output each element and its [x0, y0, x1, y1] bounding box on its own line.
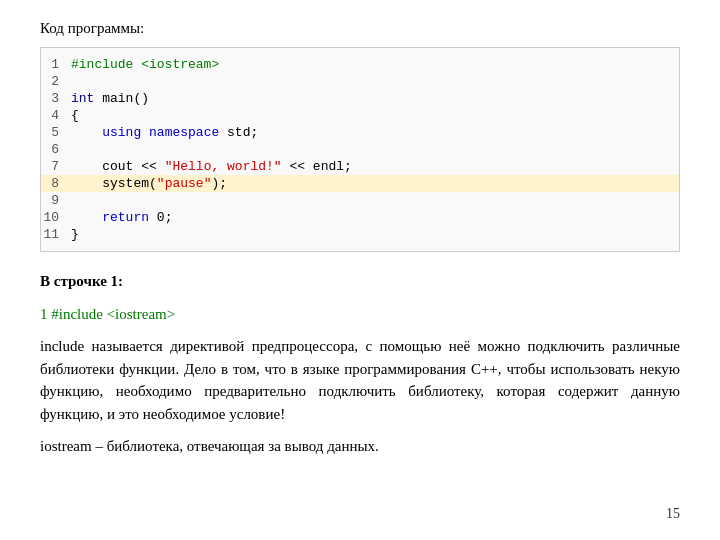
explanation-paragraph2: iostream – библиотека, отвечающая за выв…	[40, 435, 680, 458]
code-line-11: 11 }	[41, 226, 679, 243]
code-line-4: 4 {	[41, 107, 679, 124]
code-line-1: 1 #include <iostream>	[41, 56, 679, 73]
explanation-line1-code: 1 #include <iostream>	[40, 303, 680, 326]
code-line-8: 8 system("pause");	[41, 175, 679, 192]
code-line-10: 10 return 0;	[41, 209, 679, 226]
explanation-heading: В строчке 1:	[40, 270, 680, 293]
code-line-9: 9	[41, 192, 679, 209]
code-line-5: 5 using namespace std;	[41, 124, 679, 141]
code-line-3: 3 int main()	[41, 90, 679, 107]
page-number: 15	[666, 506, 680, 522]
code-line-6: 6	[41, 141, 679, 158]
code-box: 1 #include <iostream> 2 3 int main() 4 {…	[40, 47, 680, 252]
section-label: Код программы:	[40, 20, 680, 37]
explanation-section: В строчке 1: 1 #include <iostream> inclu…	[40, 270, 680, 458]
explanation-paragraph1: include называется директивой предпроцес…	[40, 335, 680, 425]
code-line-2: 2	[41, 73, 679, 90]
code-line-7: 7 cout << "Hello, world!" << endl;	[41, 158, 679, 175]
